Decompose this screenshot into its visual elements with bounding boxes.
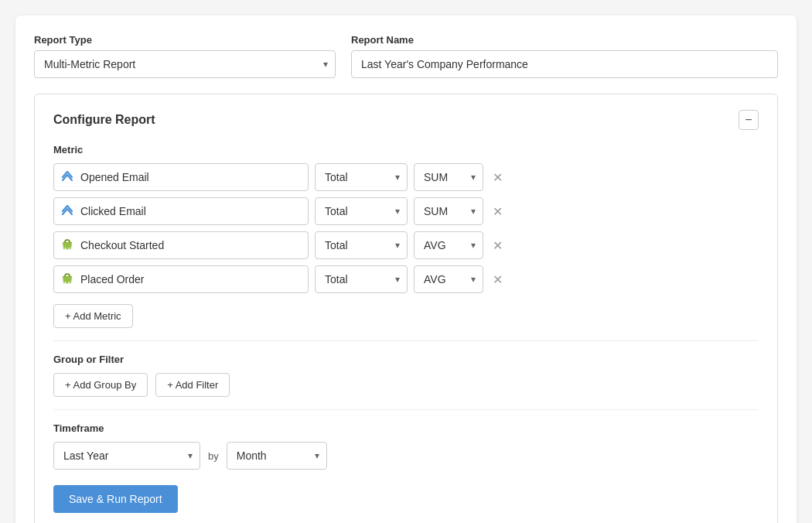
timeframe-label: Timeframe — [53, 422, 759, 434]
add-metric-button[interactable]: + Add Metric — [53, 304, 133, 328]
report-type-select[interactable]: Multi-Metric Report Single Metric Report — [34, 50, 336, 78]
metric-name-select-wrapper: Placed Order — [53, 265, 309, 293]
remove-metric-button[interactable]: ✕ — [490, 269, 506, 290]
aggregation-select[interactable]: Total Unique — [315, 265, 408, 293]
aggregation-select[interactable]: Total Unique — [315, 197, 408, 225]
page-wrapper: Report Type Multi-Metric Report Single M… — [15, 15, 797, 523]
divider-2 — [53, 409, 759, 410]
group-filter-label: Group or Filter — [53, 354, 759, 365]
remove-metric-button[interactable]: ✕ — [490, 235, 506, 256]
metric-row: Checkout Started Total Unique AVG SUM CO… — [53, 231, 759, 259]
metric-row: Clicked Email Total Unique SUM AVG COUNT… — [53, 197, 759, 225]
by-label: by — [208, 450, 219, 462]
save-run-button[interactable]: Save & Run Report — [53, 485, 178, 513]
report-type-label: Report Type — [34, 34, 336, 46]
metric-section-label: Metric — [53, 144, 759, 156]
report-type-select-wrapper: Multi-Metric Report Single Metric Report — [34, 50, 336, 78]
function-select[interactable]: AVG SUM COUNT — [414, 265, 483, 293]
remove-metric-button[interactable]: ✕ — [490, 167, 506, 188]
configure-header: Configure Report − — [53, 110, 759, 130]
aggregation-select[interactable]: Total Unique — [315, 231, 408, 259]
report-name-input[interactable] — [351, 50, 778, 78]
function-select[interactable]: SUM AVG COUNT — [414, 197, 483, 225]
metric-name-select-wrapper: Clicked Email — [53, 197, 309, 225]
metric-row: Opened Email Total Unique SUM AVG COUNT … — [53, 163, 759, 191]
group-filter-row: + Add Group By + Add Filter — [53, 373, 759, 397]
collapse-icon: − — [745, 113, 752, 127]
timeframe-row: Last Year This Year Last 30 Days Last 90… — [53, 442, 759, 470]
top-row: Report Type Multi-Metric Report Single M… — [34, 34, 778, 78]
configure-panel: Configure Report − Metric Opened Email T… — [34, 94, 778, 523]
metric-row: Placed Order Total Unique AVG SUM COUNT … — [53, 265, 759, 293]
metric-name-select-wrapper: Opened Email — [53, 163, 309, 191]
function-select-wrapper: SUM AVG COUNT — [414, 163, 483, 191]
function-select-wrapper: AVG SUM COUNT — [414, 231, 483, 259]
remove-metric-button[interactable]: ✕ — [490, 201, 506, 222]
metric-rows-container: Opened Email Total Unique SUM AVG COUNT … — [53, 163, 759, 293]
month-select[interactable]: Month Week Day Quarter — [227, 442, 327, 470]
report-name-label: Report Name — [351, 34, 778, 46]
metric-name-select[interactable]: Clicked Email — [53, 197, 309, 225]
add-group-button[interactable]: + Add Group By — [53, 373, 148, 397]
metric-name-select-wrapper: Checkout Started — [53, 231, 309, 259]
aggregation-select-wrapper: Total Unique — [315, 265, 408, 293]
timeframe-select[interactable]: Last Year This Year Last 30 Days Last 90… — [53, 442, 200, 470]
function-select[interactable]: AVG SUM COUNT — [414, 231, 483, 259]
metric-name-select[interactable]: Opened Email — [53, 163, 309, 191]
aggregation-select-wrapper: Total Unique — [315, 197, 408, 225]
add-filter-button[interactable]: + Add Filter — [155, 373, 230, 397]
report-type-group: Report Type Multi-Metric Report Single M… — [34, 34, 336, 78]
metric-name-select[interactable]: Placed Order — [53, 265, 309, 293]
function-select[interactable]: SUM AVG COUNT — [414, 163, 483, 191]
metric-name-select[interactable]: Checkout Started — [53, 231, 309, 259]
aggregation-select-wrapper: Total Unique — [315, 163, 408, 191]
function-select-wrapper: SUM AVG COUNT — [414, 197, 483, 225]
month-select-wrapper: Month Week Day Quarter — [227, 442, 327, 470]
divider-1 — [53, 340, 759, 341]
aggregation-select[interactable]: Total Unique — [315, 163, 408, 191]
collapse-button[interactable]: − — [739, 110, 759, 130]
function-select-wrapper: AVG SUM COUNT — [414, 265, 483, 293]
report-name-group: Report Name — [351, 34, 778, 78]
timeframe-select-wrapper: Last Year This Year Last 30 Days Last 90… — [53, 442, 200, 470]
configure-title: Configure Report — [53, 113, 155, 127]
aggregation-select-wrapper: Total Unique — [315, 231, 408, 259]
